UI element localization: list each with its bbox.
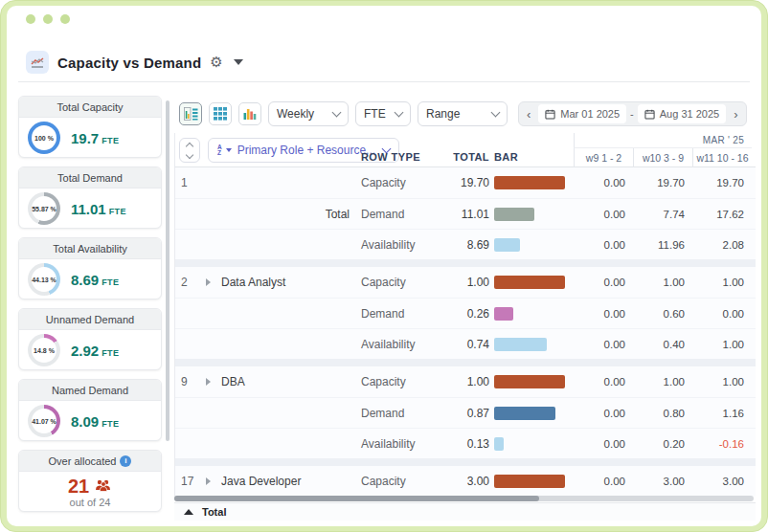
window-dot-icon[interactable] bbox=[43, 14, 53, 24]
column-header-row-type: ROW TYPE bbox=[361, 151, 445, 163]
total-value: 8.69 bbox=[445, 238, 489, 252]
capacity-bar bbox=[494, 475, 565, 488]
week-value: 1.00 bbox=[692, 339, 752, 350]
week-value: 0.20 bbox=[633, 438, 692, 450]
expand-icon[interactable] bbox=[206, 378, 211, 386]
row-type: Demand bbox=[361, 208, 445, 221]
group-dba: 9 DBA Capacity 1.00 0.00 1.00 1.00 Deman… bbox=[175, 366, 756, 458]
scrollbar-thumb[interactable] bbox=[174, 496, 539, 501]
demand-bar bbox=[494, 307, 513, 321]
week-value: 0.00 bbox=[692, 308, 752, 320]
collapse-icon bbox=[184, 509, 193, 515]
chevron-down-icon bbox=[332, 108, 342, 118]
range-select[interactable]: Range bbox=[418, 101, 508, 126]
donut-percent: 41.07 % bbox=[28, 405, 60, 437]
chevron-down-icon bbox=[491, 108, 501, 118]
group-total: 1 Capacity 19.70 0.00 19.70 19.70 Total … bbox=[175, 167, 756, 259]
group-java-developer: 17 Java Developer Capacity 3.00 0.00 3.0… bbox=[175, 466, 756, 497]
row-type: Capacity bbox=[361, 375, 445, 388]
table-row: 9 DBA Capacity 1.00 0.00 1.00 1.00 bbox=[175, 366, 756, 397]
week-value: 0.00 bbox=[574, 476, 633, 487]
named-demand-card: Named Demand 41.07 % 8.09FTE bbox=[18, 379, 162, 441]
table-footer-total[interactable]: Total bbox=[174, 502, 756, 521]
card-title: Total Capacity bbox=[19, 97, 161, 118]
group-name: Total bbox=[221, 208, 361, 221]
bar-cell bbox=[489, 208, 574, 221]
total-demand-card: Total Demand 55.87 % 11.01FTE bbox=[18, 166, 162, 229]
expand-icon[interactable] bbox=[206, 278, 211, 286]
week-value: 1.16 bbox=[692, 408, 752, 419]
table-toolbar: Weekly FTE Range ‹ Mar 01 2025 - Aug 31 … bbox=[174, 100, 756, 127]
app-window: Capacity vs Demand ⚙ Total Capacity 100 … bbox=[7, 6, 761, 526]
donut-percent: 44.13 % bbox=[28, 263, 60, 296]
group-name: DBA bbox=[221, 375, 361, 388]
chevron-down-icon[interactable] bbox=[234, 59, 243, 65]
row-type: Availability bbox=[361, 338, 445, 351]
header-divider bbox=[18, 81, 750, 82]
sidebar-scrollbar[interactable] bbox=[166, 100, 169, 441]
card-title: Over allocated i bbox=[19, 451, 161, 472]
date-separator: - bbox=[630, 108, 634, 120]
chevron-down-icon bbox=[395, 108, 404, 118]
total-value: 0.87 bbox=[445, 407, 489, 420]
gear-icon[interactable]: ⚙ bbox=[210, 54, 222, 71]
demand-bar bbox=[494, 208, 534, 221]
row-type: Demand bbox=[361, 307, 445, 321]
bar-cell bbox=[489, 276, 574, 289]
bar-cell bbox=[489, 407, 574, 420]
unnamed-demand-value: 2.92FTE bbox=[71, 343, 119, 359]
named-demand-value: 8.09FTE bbox=[71, 413, 119, 430]
row-type: Availability bbox=[361, 437, 445, 451]
bar-cell bbox=[489, 375, 574, 388]
next-period-button[interactable]: › bbox=[730, 108, 741, 121]
calendar-icon bbox=[545, 109, 555, 120]
card-title: Named Demand bbox=[19, 380, 161, 401]
split-view-button[interactable] bbox=[179, 102, 202, 125]
horizontal-scrollbar[interactable] bbox=[174, 496, 754, 501]
table-row: 17 Java Developer Capacity 3.00 0.00 3.0… bbox=[175, 466, 756, 497]
end-date-field[interactable]: Aug 31 2025 bbox=[638, 104, 726, 123]
app-frame: Capacity vs Demand ⚙ Total Capacity 100 … bbox=[0, 0, 768, 532]
row-type: Demand bbox=[361, 407, 445, 420]
table-row: Availability 0.13 0.00 0.20 -0.16 bbox=[175, 428, 756, 458]
total-value: 19.70 bbox=[445, 176, 489, 189]
calendar-icon bbox=[644, 109, 655, 120]
bar-cell bbox=[489, 338, 574, 351]
month-label: MAR ' 25 bbox=[574, 133, 752, 148]
period-select[interactable]: Weekly bbox=[268, 101, 349, 126]
capacity-bar bbox=[494, 276, 565, 289]
expand-icon[interactable] bbox=[206, 477, 211, 485]
window-dot-icon[interactable] bbox=[26, 14, 35, 24]
week-value: 0.00 bbox=[574, 408, 633, 419]
people-icon bbox=[95, 479, 112, 492]
sort-up-icon bbox=[186, 142, 193, 149]
availability-value: 8.69FTE bbox=[71, 272, 119, 288]
table-row: Availability 0.74 0.00 0.40 1.00 bbox=[175, 328, 756, 359]
availability-bar bbox=[494, 338, 547, 351]
start-date-field[interactable]: Mar 01 2025 bbox=[538, 104, 626, 123]
main-panel: Weekly FTE Range ‹ Mar 01 2025 - Aug 31 … bbox=[174, 100, 756, 521]
demand-value: 11.01FTE bbox=[71, 201, 126, 217]
week-value: 0.00 bbox=[574, 209, 633, 220]
week-value: 1.00 bbox=[692, 376, 752, 388]
donut-percent: 100 % bbox=[28, 122, 60, 154]
column-header-total: TOTAL bbox=[445, 151, 489, 163]
capacity-donut: 100 % bbox=[28, 122, 60, 154]
bar-cell bbox=[489, 437, 574, 451]
footer-total-label: Total bbox=[202, 506, 226, 518]
info-icon[interactable]: i bbox=[120, 455, 131, 467]
grid-view-button[interactable] bbox=[209, 102, 232, 125]
row-index: 1 bbox=[181, 176, 206, 189]
week-column-label: w10 3 - 9 bbox=[633, 148, 692, 167]
week-value: 0.00 bbox=[574, 376, 633, 388]
week-value: 0.00 bbox=[574, 277, 633, 288]
group-name: Data Analyst bbox=[221, 276, 361, 289]
prev-period-button[interactable]: ‹ bbox=[523, 108, 534, 121]
week-value: 0.00 bbox=[574, 177, 633, 188]
table-row: 2 Data Analyst Capacity 1.00 0.00 1.00 1… bbox=[175, 267, 756, 298]
unit-select[interactable]: FTE bbox=[355, 101, 411, 126]
page-title: Capacity vs Demand bbox=[57, 55, 201, 71]
window-dot-icon[interactable] bbox=[60, 14, 70, 24]
bar-chart-view-button[interactable] bbox=[238, 102, 261, 125]
table-row: Demand 0.26 0.00 0.60 0.00 bbox=[175, 298, 756, 328]
